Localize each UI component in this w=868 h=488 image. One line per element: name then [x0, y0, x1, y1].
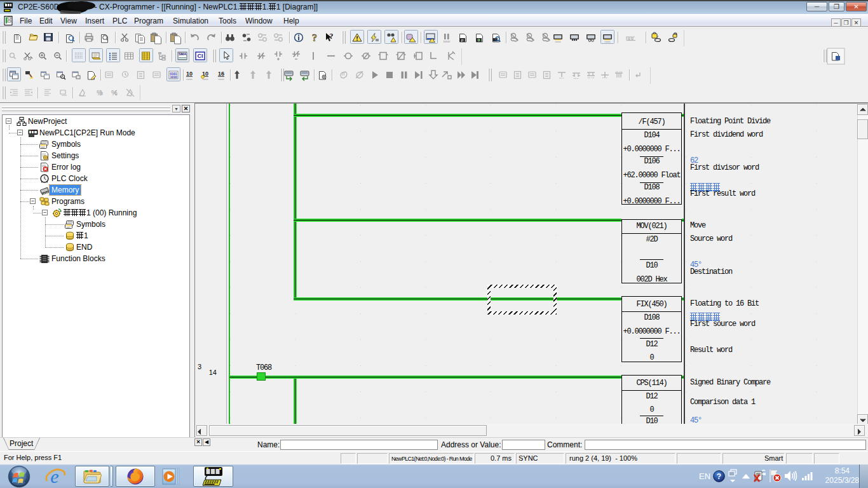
svg-text:roron: roron — [186, 78, 192, 81]
svg-text:1010: 1010 — [170, 75, 177, 79]
svg-text:?: ? — [330, 32, 334, 41]
svg-text:roron: roron — [555, 40, 560, 43]
svg-text:SMA: SMA — [179, 52, 186, 56]
svg-text:10: 10 — [186, 71, 193, 77]
svg-text:CI: CI — [198, 53, 203, 59]
svg-text:roron: roron — [604, 40, 610, 43]
svg-text:16: 16 — [218, 71, 224, 77]
svg-text:roron: roron — [202, 78, 208, 81]
svg-text:?: ? — [312, 32, 317, 43]
svg-text:rorion: rorion — [832, 58, 839, 62]
svg-text:roron: roron — [444, 40, 451, 43]
svg-text:P: P — [461, 39, 463, 43]
svg-text:?: ? — [717, 472, 721, 481]
svg-text:roron: roron — [218, 78, 224, 81]
